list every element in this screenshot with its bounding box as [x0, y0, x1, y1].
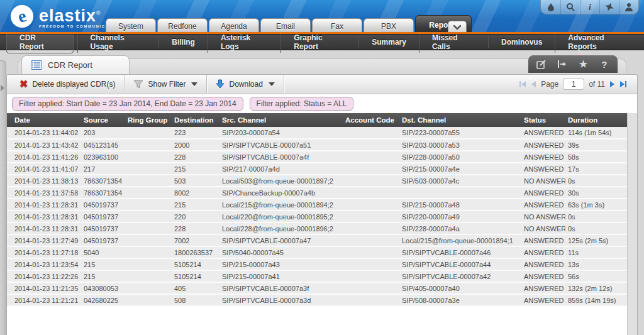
table-cell: 5105214 — [172, 270, 219, 282]
table-row: 2014-01-23 11:44:02203223SIP/203-00007a5… — [7, 127, 627, 139]
elastix-logo: e elastix® FREEDOM TO COMMUNICATE — [9, 3, 116, 30]
submenu-item-graphic-report[interactable]: Graphic Report — [280, 31, 358, 53]
table-cell — [125, 163, 172, 175]
table-cell — [125, 270, 172, 282]
page-label: Page — [541, 80, 558, 89]
table-cell: 63s (1m 3s) — [565, 199, 627, 211]
table-cell: ANSWERED — [521, 246, 565, 258]
table-cell: SIP/215-00007a48 — [399, 199, 521, 211]
filter-applied-chip: Filter applied: Start Date = 23 Jan 2014… — [12, 97, 243, 111]
show-filter-button[interactable]: Show Filter — [125, 75, 206, 94]
table-cell — [125, 199, 172, 211]
help-icon[interactable]: ? — [597, 58, 612, 70]
table-cell: 045019737 — [81, 234, 125, 246]
table-cell: 2014-01-23 11:22:26 — [7, 270, 81, 282]
table-cell: 503 — [172, 175, 219, 187]
table-cell: 8002 — [172, 187, 219, 199]
user-icon[interactable] — [619, 0, 638, 14]
table-cell: ANSWERED — [521, 270, 565, 282]
registered-mark: ® — [96, 10, 101, 16]
table-cell: 045019737 — [81, 222, 125, 234]
app-window: e elastix® FREEDOM TO COMMUNICATE i — [0, 0, 644, 335]
table-row: 2014-01-23 11:43:420451231452000SIP/SIPT… — [7, 139, 627, 151]
submenu-item-dominovus[interactable]: Dominovus — [488, 36, 555, 48]
table-cell: 215 — [81, 258, 125, 270]
table-cell: 17s — [565, 163, 627, 175]
page-number-input[interactable] — [563, 79, 584, 90]
table-cell: 2014-01-23 11:21:35 — [7, 282, 81, 294]
tab-cdr-report[interactable]: CDR Report — [21, 55, 130, 74]
submenu-item-cdr-report[interactable]: CDR Report — [6, 31, 74, 53]
table-cell: 30s — [565, 187, 627, 199]
last-page-button[interactable] — [619, 81, 627, 87]
submenu-item-advanced-reports[interactable]: Advanced Reports — [555, 31, 644, 53]
table-cell — [125, 222, 172, 234]
addons-icon[interactable] — [599, 0, 619, 14]
submenu-item-billing[interactable]: Billing — [158, 36, 208, 48]
search-icon[interactable] — [560, 0, 580, 14]
info-icon[interactable]: i — [580, 0, 599, 14]
delete-cdrs-button[interactable]: ✖ Delete displayed CDR(s) — [11, 75, 124, 94]
submenu-item-asterisk-logs[interactable]: Asterisk Logs — [208, 31, 280, 53]
table-scrollbar-track[interactable] — [627, 113, 637, 335]
table-cell: SIP/217-00007a4d — [219, 163, 343, 175]
table-cell — [343, 258, 399, 270]
table-cell: 215 — [172, 199, 219, 211]
table-cell: 114s (1m 54s) — [565, 127, 627, 139]
download-label: Download — [229, 80, 262, 89]
table-cell: SIP/SIPTVCABLE-00007a44 — [399, 258, 521, 270]
table-cell — [343, 127, 399, 139]
table-zone: DateSourceRing GroupDestinationSrc. Chan… — [7, 113, 637, 335]
chevron-down-icon — [191, 82, 197, 86]
column-header-destination: Destination — [172, 113, 219, 127]
table-cell: 043080053 — [81, 282, 125, 294]
next-page-button[interactable] — [609, 81, 615, 87]
edit-icon[interactable] — [534, 58, 549, 70]
table-row: 2014-01-23 11:22:262155105214SIP/215-000… — [7, 270, 627, 282]
table-cell — [125, 294, 172, 306]
table-cell: 7863071354 — [81, 175, 125, 187]
table-cell: 2000 — [172, 139, 219, 151]
table-cell: 2014-01-23 11:41:07 — [7, 163, 81, 175]
table-cell: SIP/SIPTVCABLE-00007a3f — [219, 282, 343, 294]
table-cell: 2014-01-23 11:28:31 — [7, 222, 81, 234]
table-cell — [343, 234, 399, 246]
table-cell: 045019737 — [81, 211, 125, 222]
table-cell: ANSWERED — [521, 139, 565, 151]
table-cell: SIP/5040-00007a45 — [219, 246, 343, 258]
download-button[interactable]: Download — [207, 75, 283, 94]
submenu-item-missed-calls[interactable]: Missed Calls — [419, 31, 488, 53]
table-cell: SIP/SIPTVCABLE-00007a3d — [219, 294, 343, 306]
table-cell: Local/215@from-queue-00001894;2 — [219, 199, 343, 211]
delete-x-icon: ✖ — [19, 79, 28, 89]
table-row: 2014-01-23 11:37:5878630713548002SIP/Cha… — [7, 187, 627, 199]
first-page-button[interactable] — [519, 81, 526, 87]
column-header-ring-group: Ring Group — [125, 113, 172, 127]
color-scheme-droplet-icon[interactable] — [541, 0, 560, 14]
collapse-panel-icon[interactable] — [555, 58, 570, 70]
table-cell — [125, 258, 172, 270]
table-cell: SIP/SIPTVCABLE-00007a4f — [219, 151, 343, 163]
report-list-icon — [31, 60, 42, 70]
table-cell: ANSWERED — [521, 187, 565, 199]
table-cell: 217 — [81, 163, 125, 175]
elastix-swirl-icon: e — [9, 3, 35, 30]
table-cell: 56s — [565, 270, 627, 282]
table-cell — [125, 175, 172, 187]
prev-page-button[interactable] — [531, 81, 536, 87]
table-cell — [125, 139, 172, 151]
sidebar-collapse-strip[interactable] — [0, 60, 6, 335]
panel-actions: ★ ? — [528, 55, 618, 73]
table-cell — [343, 222, 399, 234]
table-cell: 228 — [172, 222, 219, 234]
table-cell: 215 — [172, 163, 219, 175]
submenu-item-channels-usage[interactable]: Channels Usage — [77, 31, 159, 53]
table-cell: 7863071354 — [81, 187, 125, 199]
table-cell: ANSWERED — [521, 127, 565, 139]
table-cell: 023963100 — [81, 151, 125, 163]
table-cell — [125, 234, 172, 246]
submenu-item-summary[interactable]: Summary — [358, 36, 419, 48]
table-cell: 0s — [565, 175, 627, 187]
favorite-star-icon[interactable]: ★ — [576, 58, 591, 70]
table-row: 2014-01-23 11:23:542155105214SIP/215-000… — [7, 258, 627, 270]
